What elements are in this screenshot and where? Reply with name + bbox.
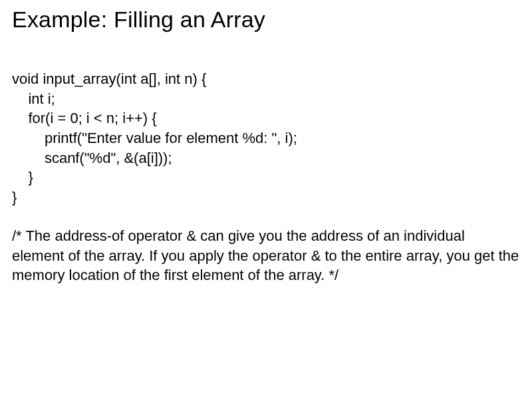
code-line: } [12, 189, 17, 205]
code-line: int i; [12, 90, 55, 107]
code-line: printf("Enter value for element %d: ", i… [12, 130, 297, 146]
code-block: void input_array(int a[], int n) { int i… [12, 69, 520, 207]
slide: Example: Filling an Array void input_arr… [0, 0, 532, 399]
code-line: scanf("%d", &(a[i])); [12, 150, 172, 166]
comment-block: /* The address-of operator & can give yo… [12, 226, 520, 285]
code-line: for(i = 0; i < n; i++) { [12, 110, 157, 126]
code-line: void input_array(int a[], int n) { [12, 70, 206, 87]
slide-title: Example: Filling an Array [12, 7, 520, 33]
code-line: } [12, 169, 33, 186]
